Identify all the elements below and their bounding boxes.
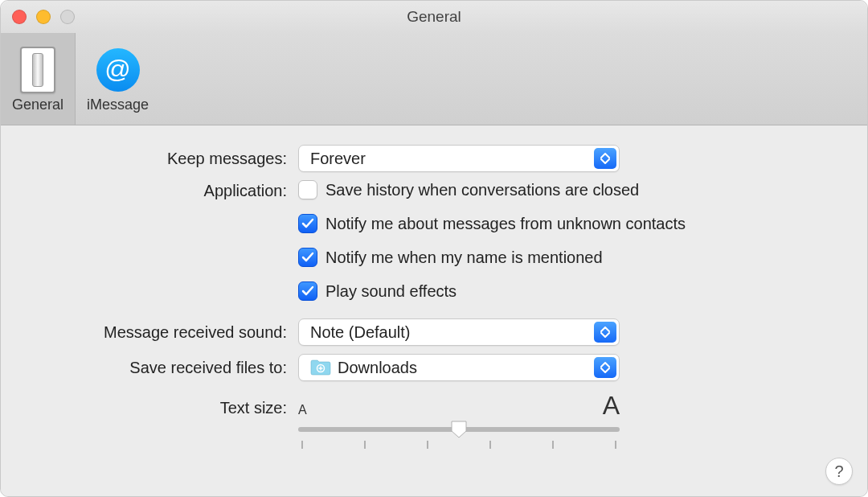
slider-tick (364, 441, 366, 449)
play-sound-option: Play sound effects (298, 281, 686, 301)
general-pane: Keep messages: Forever Application: Save (1, 125, 867, 496)
tab-imessage-label: iMessage (87, 97, 149, 113)
notify-mention-label: Notify me when my name is mentioned (326, 249, 603, 267)
slider-tick (552, 441, 554, 449)
preferences-toolbar: General @ iMessage (1, 33, 867, 125)
zoom-window-button[interactable] (60, 10, 75, 24)
text-size-small-icon: A (298, 403, 307, 417)
chevron-up-down-icon (594, 357, 616, 378)
save-files-row: Save received files to: Downloads (33, 354, 835, 381)
text-size-label: Text size: (33, 392, 298, 417)
chevron-up-down-icon (594, 322, 616, 343)
text-size-row: Text size: A A (33, 392, 835, 449)
slider-thumb[interactable] (450, 420, 468, 439)
keep-messages-row: Keep messages: Forever (33, 145, 835, 172)
save-history-checkbox[interactable] (298, 180, 317, 199)
tab-general-label: General (12, 97, 63, 113)
save-files-label: Save received files to: (33, 359, 298, 377)
keep-messages-value: Forever (310, 150, 366, 168)
folder-icon (310, 359, 331, 376)
keep-messages-select[interactable]: Forever (298, 145, 620, 172)
slider-tick (427, 441, 428, 449)
at-sign-icon: @ (95, 47, 141, 93)
slider-tick (301, 441, 303, 449)
save-history-option: Save history when conversations are clos… (298, 180, 686, 199)
tab-general[interactable]: General (1, 33, 76, 125)
application-label: Application: (33, 180, 298, 200)
notify-mention-checkbox[interactable] (298, 248, 317, 267)
play-sound-checkbox[interactable] (298, 281, 317, 301)
save-files-value: Downloads (338, 359, 417, 377)
save-history-label: Save history when conversations are clos… (326, 181, 639, 199)
window-title: General (1, 8, 867, 26)
titlebar: General (1, 1, 867, 33)
notify-mention-option: Notify me when my name is mentioned (298, 248, 686, 267)
chevron-up-down-icon (594, 148, 616, 169)
save-files-select[interactable]: Downloads (298, 354, 620, 381)
tab-imessage[interactable]: @ iMessage (76, 33, 160, 125)
notify-unknown-label: Notify me about messages from unknown co… (326, 215, 686, 233)
general-icon (14, 47, 61, 93)
text-size-large-icon: A (603, 392, 620, 418)
text-size-slider[interactable]: A A (298, 392, 620, 449)
close-window-button[interactable] (12, 10, 27, 24)
notify-unknown-checkbox[interactable] (298, 214, 317, 233)
help-button[interactable]: ? (825, 458, 853, 485)
keep-messages-label: Keep messages: (33, 150, 298, 168)
slider-ticks (298, 441, 620, 449)
preferences-window: General General @ iMessage Keep messages… (0, 0, 868, 497)
received-sound-row: Message received sound: Note (Default) (33, 318, 835, 346)
received-sound-label: Message received sound: (33, 323, 298, 342)
play-sound-label: Play sound effects (326, 282, 457, 301)
minimize-window-button[interactable] (36, 10, 51, 24)
application-row: Application: Save history when conversat… (33, 180, 835, 307)
traffic-lights (1, 10, 75, 24)
slider-tick (489, 441, 491, 449)
received-sound-select[interactable]: Note (Default) (298, 318, 620, 346)
received-sound-value: Note (Default) (310, 323, 411, 342)
notify-unknown-option: Notify me about messages from unknown co… (298, 214, 686, 233)
slider-tick (615, 441, 616, 449)
help-icon: ? (834, 462, 843, 481)
